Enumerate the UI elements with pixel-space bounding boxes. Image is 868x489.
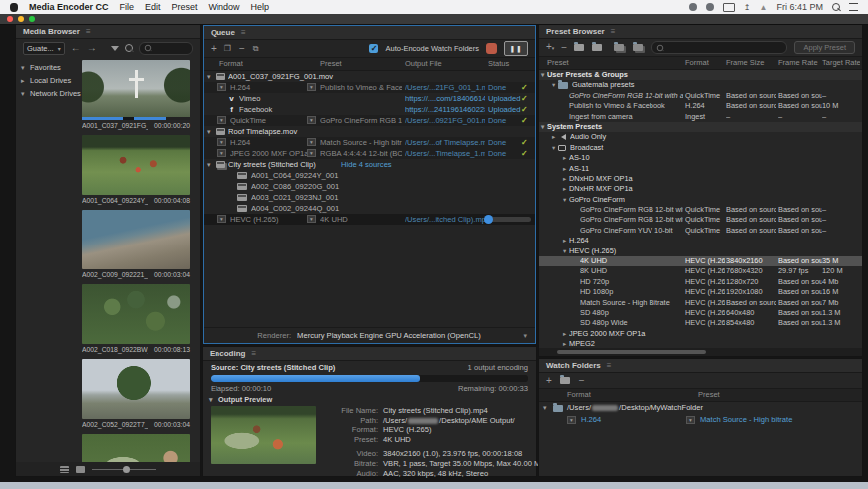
menu-item-file[interactable]: File xyxy=(120,2,135,12)
apple-icon[interactable] xyxy=(10,3,18,12)
col-format[interactable]: Format xyxy=(219,58,243,70)
delete-preset-button[interactable]: − xyxy=(561,43,567,53)
import-preset-icon[interactable] xyxy=(614,43,626,52)
chevron-down-icon[interactable]: ▾ xyxy=(207,126,211,137)
format-dropdown-icon[interactable]: ▾ xyxy=(567,416,576,424)
format-dropdown-icon[interactable]: ▾ xyxy=(217,149,226,157)
queue-row[interactable]: A004_C002_09244Q_001 xyxy=(204,203,535,214)
renderer-dropdown[interactable]: Mercury Playback Engine GPU Acceleration… xyxy=(297,331,481,340)
format-dropdown-icon[interactable]: ▾ xyxy=(217,138,226,146)
chevron-down-icon[interactable]: ▾ xyxy=(207,159,211,170)
media-clip-thumbnail[interactable] xyxy=(82,60,190,120)
minimize-window-button[interactable] xyxy=(18,16,24,22)
chevron-down-icon[interactable]: ▾ xyxy=(207,71,211,82)
preset-row[interactable]: ▸DNxHD MXF OP1a xyxy=(539,174,862,184)
preset-row[interactable]: GoPro CineForm YUV 10-bitQuickTimeBased … xyxy=(539,226,862,236)
chevron-right-icon[interactable]: ▸ xyxy=(552,132,555,142)
display-mirroring-icon[interactable] xyxy=(723,3,735,12)
sidebar-item-local-drives[interactable]: ▸Local Drives xyxy=(16,74,82,87)
media-clip-thumbnail[interactable] xyxy=(82,135,190,195)
watch-folder-preset[interactable]: Match Source - High bitrate xyxy=(700,414,792,426)
output-preset[interactable]: Publish to Vimeo & Face... xyxy=(320,82,402,93)
thumbnail-view-icon[interactable] xyxy=(76,466,85,473)
menu-item-help[interactable]: Help xyxy=(251,2,270,12)
chevron-down-icon[interactable]: ▾ xyxy=(563,246,566,256)
preset-row[interactable]: Match Source - High BitrateHEVC (H.265)B… xyxy=(539,298,862,308)
queue-row[interactable]: ▾H.264▾Publish to Vimeo & Face.../Users/… xyxy=(204,82,535,93)
media-browser-header[interactable]: Media Browser ≡ xyxy=(16,25,200,39)
add-output-button[interactable]: ❐ xyxy=(224,44,231,54)
queue-row[interactable]: ▾JPEG 2000 MXF OP1a▾RGBA 4:4:4:4 12-bit … xyxy=(204,148,535,159)
add-watch-folder-button[interactable]: + xyxy=(546,376,552,386)
new-group-icon[interactable] xyxy=(574,43,585,52)
col-status[interactable]: Status xyxy=(488,58,509,70)
preset-row[interactable]: ▾HEVC (H.265) xyxy=(539,246,862,256)
media-clip-thumbnail[interactable] xyxy=(82,434,190,463)
output-preset[interactable]: 4K UHD xyxy=(320,214,402,225)
export-preset-icon[interactable] xyxy=(633,43,645,52)
notification-center-icon[interactable] xyxy=(849,3,858,11)
create-preset-button[interactable]: +▾ xyxy=(546,42,554,53)
directory-dropdown[interactable]: Guate... ▾ xyxy=(23,42,65,55)
duplicate-button[interactable]: ⧉ xyxy=(253,44,259,54)
watch-folder-format[interactable]: H.264 xyxy=(581,414,601,426)
back-button[interactable]: ← xyxy=(71,43,81,53)
file-type-filter-icon[interactable] xyxy=(125,44,133,52)
add-source-button[interactable]: + xyxy=(211,44,217,54)
preset-row[interactable]: GoPro CineForm RGB 12-bit with alphaQuic… xyxy=(539,205,862,215)
output-preset[interactable]: Match Source - High bitr... xyxy=(320,137,402,148)
preset-row[interactable]: ▾GoPro CineForm xyxy=(539,195,862,205)
output-file-path[interactable]: /Users/...0921FG_001.mov xyxy=(405,115,485,126)
preset-row[interactable]: HD 720pHEVC (H.265)1280x720Based on sour… xyxy=(539,277,862,287)
col-frame-rate[interactable]: Frame Rate xyxy=(778,57,818,69)
upload-url[interactable]: https://....com/184066142 xyxy=(405,93,485,104)
sidebar-item-network-drives[interactable]: ▾Network Drives xyxy=(16,87,82,100)
queue-row[interactable]: vVimeohttps://....com/184066142Uploaded✓ xyxy=(204,93,535,104)
list-view-icon[interactable] xyxy=(60,466,69,473)
menu-item-edit[interactable]: Edit xyxy=(145,2,161,12)
sidebar-item-favorites[interactable]: ▾Favorites xyxy=(16,61,82,74)
preset-row[interactable]: ▸JPEG 2000 MXF OP1a xyxy=(539,329,862,339)
output-file-path[interactable]: /Users/...itched Clip).mp4 xyxy=(405,214,485,225)
queue-row[interactable]: A002_C086_09220G_001 xyxy=(204,181,535,192)
chevron-down-icon[interactable]: ▾ xyxy=(541,70,544,80)
col-preset[interactable]: Preset xyxy=(698,389,720,401)
queue-row[interactable]: ▾Roof Timelapse.mov xyxy=(204,126,535,137)
close-window-button[interactable] xyxy=(7,16,13,22)
preset-row[interactable]: ▸AS-10 xyxy=(539,153,862,163)
chevron-down-icon[interactable]: ▾ xyxy=(541,122,544,132)
eject-icon[interactable]: ▲ xyxy=(760,3,768,12)
forward-button[interactable]: → xyxy=(87,43,97,53)
col-format[interactable]: Format xyxy=(567,389,591,401)
preset-settings-icon[interactable] xyxy=(592,43,603,52)
output-file-path[interactable]: /Users/...of Timelapse.mp4 xyxy=(405,137,485,148)
format-dropdown-icon[interactable]: ▾ xyxy=(217,215,226,223)
status-app-icon-1[interactable] xyxy=(689,3,697,11)
preset-row[interactable]: ▸DNxHR MXF OP1a xyxy=(539,184,862,194)
preset-row[interactable]: Publish to Vimeo & FacebookH.264Based on… xyxy=(539,101,862,111)
watch-folders-header[interactable]: Watch Folders ≡ xyxy=(539,359,862,373)
col-preset[interactable]: Preset xyxy=(320,58,342,70)
preset-dropdown-icon[interactable]: ▾ xyxy=(307,138,316,146)
chevron-right-icon[interactable]: ▸ xyxy=(563,329,566,339)
col-output-file[interactable]: Output File xyxy=(405,58,442,70)
hide-sources-link[interactable]: Hide 4 sources xyxy=(341,159,392,170)
chevron-down-icon[interactable]: ▾ xyxy=(21,90,27,98)
output-file-path[interactable]: /Users/...21FG_001_1.mp4 xyxy=(405,82,485,93)
preset-row[interactable]: 8K UHDHEVC (H.265)7680x432029.97 fps120 … xyxy=(539,266,862,276)
format-dropdown-icon[interactable]: ▾ xyxy=(217,116,226,124)
panel-menu-icon[interactable]: ≡ xyxy=(607,359,612,372)
encoding-header[interactable]: Encoding ≡ xyxy=(203,347,536,361)
preset-dropdown-icon[interactable]: ▾ xyxy=(307,215,316,223)
preset-row[interactable]: GoPro CineForm RGB 12-bit with alpha (Al… xyxy=(539,91,862,101)
preset-row[interactable]: 4K UHDHEVC (H.265)3840x2160Based on sour… xyxy=(539,256,862,266)
chevron-down-icon[interactable]: ▾ xyxy=(552,143,555,153)
media-clip-thumbnail[interactable] xyxy=(82,359,190,419)
preset-browser-header[interactable]: Preset Browser ≡ xyxy=(539,25,862,39)
menu-item-preset[interactable]: Preset xyxy=(172,2,198,12)
media-clip-thumbnail[interactable] xyxy=(82,284,190,344)
preset-row[interactable]: ▸AS-11 xyxy=(539,164,862,174)
remove-watch-folder-button[interactable]: − xyxy=(579,376,585,386)
status-app-icon-2[interactable] xyxy=(706,3,714,11)
zoom-window-button[interactable] xyxy=(29,16,35,22)
